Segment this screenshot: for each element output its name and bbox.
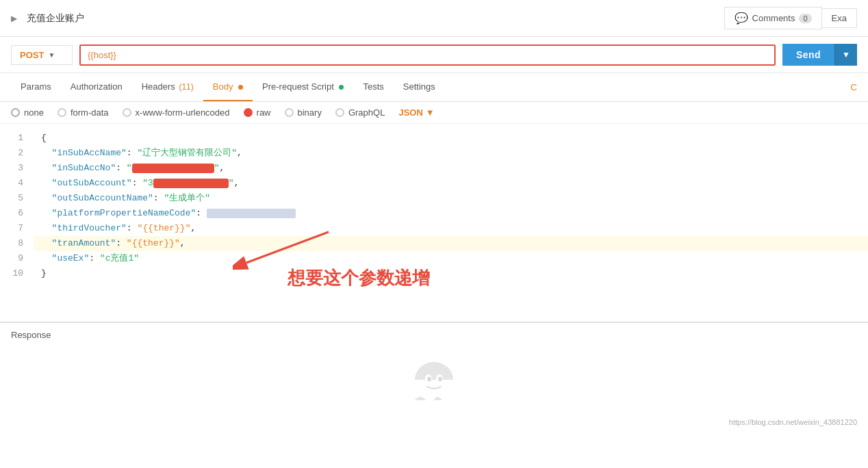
code-line-8: "tranAmount": "{{ther}}", <box>34 236 868 251</box>
radio-graphql-icon <box>335 108 344 117</box>
method-selector[interactable]: POST ▼ <box>11 45 73 65</box>
comments-button[interactable]: 💬 Comments 0 <box>724 7 822 29</box>
examples-button[interactable]: Exa <box>822 8 857 28</box>
send-button-group: Send ▼ <box>782 44 857 66</box>
body-dot-indicator <box>238 85 243 90</box>
code-line-9: "useEx": "c充值1" <box>34 251 868 266</box>
svg-point-7 <box>438 377 442 382</box>
method-label: POST <box>20 50 44 60</box>
tab-settings[interactable]: Settings <box>394 73 445 101</box>
footer-bar: https://blog.csdn.net/weixin_43881220 <box>0 415 868 429</box>
url-value: {{host}} <box>88 50 116 60</box>
top-bar-left: ▶ 充值企业账户 <box>11 12 84 25</box>
radio-raw-icon <box>244 108 253 117</box>
url-input[interactable]: {{host}} <box>79 44 776 66</box>
body-type-none-label: none <box>24 107 44 118</box>
tab-pre-request[interactable]: Pre-request Script <box>253 73 353 101</box>
radio-binary-icon <box>285 108 294 117</box>
url-bar: POST ▼ {{host}} Send ▼ <box>0 37 868 73</box>
svg-point-6 <box>427 377 431 382</box>
tab-tests[interactable]: Tests <box>353 73 393 101</box>
tabs-row: Params Authorization Headers (11) Body P… <box>0 73 868 102</box>
breadcrumb-arrow-icon: ▶ <box>11 14 17 23</box>
radio-form-data-icon <box>58 108 66 117</box>
json-format-arrow-icon: ▼ <box>426 107 435 118</box>
page-title: 充值企业账户 <box>27 12 84 25</box>
code-line-7: "thirdVoucher": "{{ther}}", <box>34 221 868 236</box>
body-type-form-data[interactable]: form-data <box>58 107 109 118</box>
tab-authorization[interactable]: Authorization <box>61 73 132 101</box>
ghost-icon-area <box>0 347 868 415</box>
top-bar-right: 💬 Comments 0 Exa <box>724 7 857 29</box>
body-type-form-data-label: form-data <box>71 107 109 118</box>
tab-headers[interactable]: Headers (11) <box>132 73 203 101</box>
method-dropdown-icon: ▼ <box>48 51 55 59</box>
line-numbers: 1 2 3 4 5 6 7 8 9 10 <box>0 131 34 281</box>
code-line-6: "platformPropertieNameCode": <box>34 206 868 221</box>
tab-more[interactable]: C <box>851 82 857 92</box>
response-label: Response <box>11 330 51 340</box>
body-type-urlencoded-label: x-www-form-urlencoded <box>136 107 230 118</box>
body-type-raw[interactable]: raw <box>244 107 271 118</box>
send-dropdown-button[interactable]: ▼ <box>834 44 857 66</box>
code-editor[interactable]: 1 2 3 4 5 6 7 8 9 10 { "inSubAccName": "… <box>0 124 868 322</box>
footer-text: https://blog.csdn.net/weixin_43881220 <box>729 418 857 426</box>
code-line-10: } <box>34 266 868 281</box>
body-type-graphql[interactable]: GraphQL <box>335 107 385 118</box>
body-type-none[interactable]: none <box>11 107 44 118</box>
tab-params[interactable]: Params <box>11 73 61 101</box>
body-type-binary-label: binary <box>298 107 322 118</box>
radio-none-icon <box>11 108 20 117</box>
body-type-binary[interactable]: binary <box>285 107 322 118</box>
headers-badge: (11) <box>179 82 193 92</box>
code-body: { "inSubAccName": "辽宁大型钢管有限公司", "inSubAc… <box>34 131 868 281</box>
tab-body[interactable]: Body <box>203 73 253 101</box>
comments-count-badge: 0 <box>799 14 811 23</box>
code-line-4: "outSubAccount": "3 ", <box>34 176 868 191</box>
body-type-graphql-label: GraphQL <box>348 107 385 118</box>
pre-request-dot-indicator <box>339 85 344 90</box>
code-line-3: "inSubAccNo": " ", <box>34 161 868 176</box>
response-bar: Response <box>0 322 868 347</box>
json-format-label: JSON <box>398 107 422 118</box>
comments-icon: 💬 <box>735 12 748 25</box>
radio-urlencoded-icon <box>123 108 131 117</box>
top-bar: ▶ 充值企业账户 💬 Comments 0 Exa <box>0 0 868 37</box>
json-format-dropdown[interactable]: JSON ▼ <box>398 107 434 118</box>
comments-label: Comments <box>752 13 795 23</box>
code-line-5: "outSubAccountName": "生成单个" <box>34 191 868 206</box>
body-type-urlencoded[interactable]: x-www-form-urlencoded <box>123 107 230 118</box>
body-type-row: none form-data x-www-form-urlencoded raw… <box>0 102 868 124</box>
ghost-icon <box>407 361 461 408</box>
code-line-1: { <box>34 131 868 146</box>
code-line-2: "inSubAccName": "辽宁大型钢管有限公司", <box>34 146 868 161</box>
send-button[interactable]: Send <box>782 44 834 66</box>
body-type-raw-label: raw <box>257 107 271 118</box>
